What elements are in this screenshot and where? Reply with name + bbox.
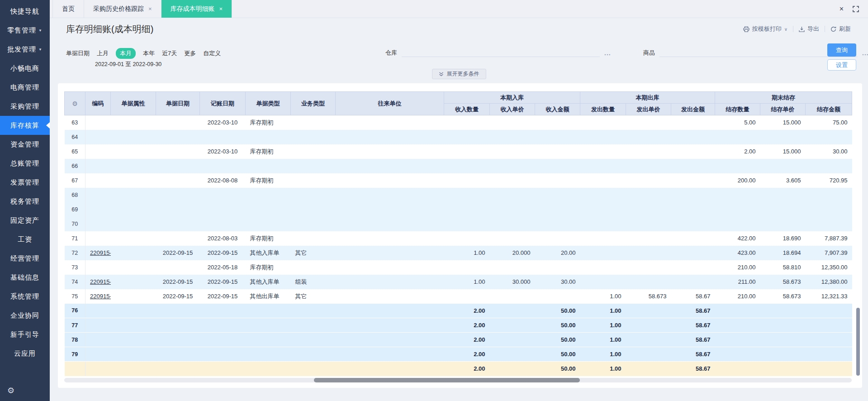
date-option[interactable]: 更多 [184, 49, 196, 57]
table-row[interactable]: 69 [65, 202, 852, 217]
cell-bal_price: 18.694 [760, 246, 806, 260]
tab-purchase-price-history[interactable]: 采购历史价格跟踪× [84, 0, 161, 18]
cell-out_qty [580, 115, 626, 130]
cell-num: 71 [65, 231, 85, 246]
cell-attr [111, 188, 156, 202]
table-row[interactable]: 712022-08-03库存期初422.0018.6907,887.39 [65, 231, 852, 246]
sidebar-item-ecommerce[interactable]: 电商管理 [0, 78, 50, 97]
sidebar-item-retail[interactable]: 零售管理▼ [0, 21, 50, 40]
cell-biz_type [291, 362, 336, 376]
horizontal-scrollbar[interactable] [64, 378, 852, 382]
column-header-code: 编码 [85, 92, 111, 115]
sidebar-item-wholesale[interactable]: 批发管理▼ [0, 40, 50, 59]
cell-book_date [200, 318, 246, 333]
table-row[interactable]: 72220915-02022-09-152022-09-15其他入库单其它1.0… [65, 246, 852, 260]
date-option[interactable]: 近7天 [162, 49, 177, 57]
date-option[interactable]: 自定义 [203, 49, 221, 57]
sidebar-settings-gear-icon[interactable]: ⚙ [0, 380, 50, 401]
doc-code-link[interactable]: 220915-0 [90, 249, 111, 256]
settings-button[interactable]: 设置 [827, 59, 856, 71]
date-option[interactable]: 本年 [143, 49, 155, 57]
warehouse-input[interactable] [402, 47, 600, 57]
table-row[interactable]: 652022-03-10库存期初2.0015.00030.00 [65, 144, 852, 159]
cell-out_qty [580, 275, 626, 289]
horizontal-scrollbar-thumb[interactable] [314, 378, 580, 382]
sidebar-item-purchase[interactable]: 采购管理 [0, 97, 50, 116]
table-row[interactable]: 64 [65, 130, 852, 144]
table-row[interactable]: 75220915-02022-09-152022-09-15其他出库单其它1.0… [65, 289, 852, 304]
table-row[interactable]: 74220915-02022-09-152022-09-15其他入库单组装1.0… [65, 275, 852, 289]
sidebar-item-cloud-apps[interactable]: 云应用 [0, 344, 50, 363]
close-icon[interactable]: × [840, 5, 844, 13]
sidebar-item-inventory-accounting[interactable]: 库存核算 [0, 116, 50, 135]
cell-book_date [200, 217, 246, 231]
fullscreen-icon[interactable] [853, 6, 859, 12]
sidebar-item-invoice[interactable]: 发票管理 [0, 173, 50, 192]
sidebar-item-payroll[interactable]: 工资 [0, 230, 50, 249]
cell-bal_price [760, 304, 806, 318]
export-button[interactable]: 导出 [793, 25, 825, 33]
query-button[interactable]: 查询 [827, 43, 856, 57]
doc-code-link[interactable]: 220915-0 [90, 278, 111, 285]
cell-bal_price [760, 318, 806, 333]
print-by-template-button[interactable]: 按模板打印 ∨ [738, 25, 793, 33]
cell-in_amt [535, 144, 580, 159]
sidebar-item-system[interactable]: 系统管理 [0, 287, 50, 306]
cell-num: 79 [65, 347, 85, 362]
table-row[interactable]: 632022-03-10库存期初5.0015.00075.00 [65, 115, 852, 130]
page-header: 库存明细账(成本明细) 按模板打印 ∨ [50, 18, 868, 40]
cell-doc_date [156, 217, 200, 231]
sidebar-item-funds[interactable]: 资金管理 [0, 135, 50, 154]
cell-in_qty: 2.00 [444, 362, 490, 376]
tab-strip: 首页采购历史价格跟踪×库存成本明细账× [50, 0, 232, 18]
sidebar-item-label: 快捷导航 [10, 7, 39, 16]
table-row[interactable]: 762.0050.001.0058.67 [65, 304, 852, 318]
table-row[interactable]: 2.0050.001.0058.67 [65, 362, 852, 376]
table-row[interactable]: 772.0050.001.0058.67 [65, 318, 852, 333]
table-row[interactable]: 672022-08-08库存期初200.003.605720.95 [65, 173, 852, 188]
cell-bal_qty: 211.00 [715, 275, 760, 289]
sidebar-item-collaboration[interactable]: 企业协同 [0, 306, 50, 325]
date-range-value: 2022-09-01 至 2022-09-30 [95, 61, 161, 68]
filter-area: 单据日期 上月本月本年近7天更多自定义 2022-09-01 至 2022-09… [50, 40, 868, 83]
cell-code [85, 188, 111, 202]
tab-inventory-cost-ledger[interactable]: 库存成本明细账× [161, 0, 232, 18]
date-option[interactable]: 本月 [116, 48, 136, 59]
expand-more-filters-button[interactable]: 展开更多条件 [432, 69, 486, 79]
table-row[interactable]: 792.0050.001.0058.67 [65, 347, 852, 362]
sidebar-item-label: 零售管理 [7, 26, 36, 35]
tab-close-icon[interactable]: × [219, 6, 223, 12]
column-settings-gear-icon[interactable]: ⚙ [72, 100, 78, 107]
table-row[interactable]: 782.0050.001.0058.67 [65, 333, 852, 347]
cell-num: 70 [65, 217, 85, 231]
cell-out_price [626, 202, 671, 217]
product-picker-button[interactable]: ... [862, 49, 868, 57]
table-row[interactable]: 66 [65, 159, 852, 173]
vertical-scrollbar-thumb[interactable] [856, 308, 860, 376]
cell-partner [336, 304, 444, 318]
tab-close-icon[interactable]: × [148, 6, 152, 12]
cell-out_price [626, 304, 671, 318]
date-option[interactable]: 上月 [97, 49, 109, 57]
doc-code-link[interactable]: 220915-0 [90, 293, 111, 300]
sidebar-item-fixed-assets[interactable]: 固定资产 [0, 211, 50, 230]
cell-in_amt: 50.00 [535, 318, 580, 333]
sidebar-item-tax[interactable]: 税务管理 [0, 192, 50, 211]
tab-home[interactable]: 首页 [52, 0, 84, 18]
cell-attr [111, 202, 156, 217]
sidebar-item-quick-nav[interactable]: 快捷导航 [0, 2, 50, 21]
warehouse-picker-button[interactable]: ... [604, 49, 611, 57]
sidebar-item-general-ledger[interactable]: 总账管理 [0, 154, 50, 173]
table-row[interactable]: 70 [65, 217, 852, 231]
cell-out_price: 58.673 [626, 289, 671, 304]
sidebar-item-onboarding[interactable]: 新手引导 [0, 325, 50, 344]
table-header: ⚙编码单据属性单据日期记账日期单据类型业务类型往来单位本期入库本期出库期末结存收… [65, 92, 852, 115]
refresh-button[interactable]: 刷新 [825, 25, 856, 33]
sidebar: 快捷导航零售管理▼批发管理▼小畅电商电商管理采购管理库存核算资金管理总账管理发票… [0, 0, 50, 401]
table-row[interactable]: 732022-05-18库存期初210.0058.81012,350.00 [65, 260, 852, 275]
row-number-column-header[interactable]: ⚙ [65, 92, 85, 115]
sidebar-item-operations[interactable]: 经营管理 [0, 249, 50, 268]
sidebar-item-basic-info[interactable]: 基础信息 [0, 268, 50, 287]
sidebar-item-xiaochang-ecommerce[interactable]: 小畅电商 [0, 59, 50, 78]
table-row[interactable]: 68 [65, 188, 852, 202]
